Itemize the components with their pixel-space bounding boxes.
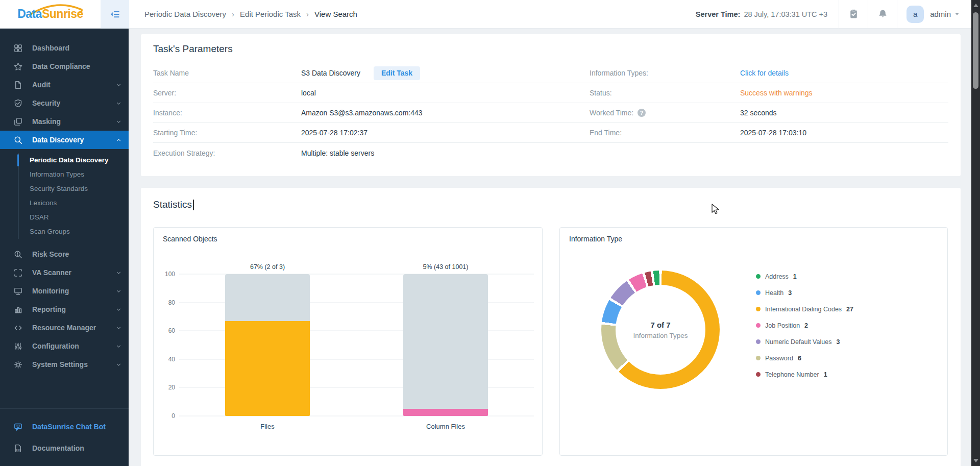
document-icon [13,80,23,90]
pie-legend: Address1Health3International Dialing Cod… [756,272,853,386]
bar-fill-files [225,321,310,416]
chevron-down-icon [955,13,959,15]
sidebar-item-resource-manager[interactable]: Resource Manager [0,318,129,337]
param-label: Instance: [153,109,301,117]
param-row-information-types: Information Types:Click for details [590,63,948,83]
bar-category-label: Files [225,423,310,430]
text-caret [193,200,194,210]
edit-task-button[interactable]: Edit Task [374,66,420,80]
sidebar-item-label: Resource Manager [32,324,96,332]
scrollbar-down-arrow-icon[interactable] [973,459,978,462]
sidebar: DashboardData ComplianceAuditSecurityMas… [0,29,129,466]
legend-item-telephone-number[interactable]: Telephone Number1 [756,370,853,379]
help-icon[interactable]: ? [638,109,646,117]
breadcrumb-separator: › [226,10,240,18]
top-bar: DataSunrise Periodic Data Discovery›Edit… [0,0,971,29]
param-label: Status: [590,89,740,97]
param-value: Success with warnings [740,89,813,97]
code-icon [13,323,23,333]
sidebar-item-label: Data Discovery [32,136,84,144]
sidebar-item-masking[interactable]: Masking [0,112,129,131]
app-logo[interactable]: DataSunrise [0,0,101,29]
sidebar-item-label: Monitoring [32,287,69,295]
legend-label: Health [765,289,783,297]
legend-color-dot [756,274,761,279]
user-name: admin [930,10,951,18]
sidebar-item-label: Configuration [32,342,79,350]
sidebar-subitem-scan-groups[interactable]: Scan Groups [0,225,129,239]
chevron-down-icon [116,325,121,331]
header-actions: Server Time: 28 July, 17:03:31 UTC +3 a … [696,0,971,28]
sidebar-item-system-settings[interactable]: System Settings [0,355,129,374]
shield-check-icon [13,99,23,108]
sidebar-subitem-information-types[interactable]: Information Types [0,167,129,182]
sidebar-item-datasunrise-chat-bot[interactable]: DataSunrise Chat Bot [0,416,129,437]
sidebar-item-label: Documentation [32,444,84,452]
page-scrollbar[interactable] [971,0,980,466]
sidebar-item-reporting[interactable]: Reporting [0,300,129,318]
bar-value-label: 67% (2 of 3) [225,263,310,271]
legend-label: Numeric Default Values [765,338,831,346]
tasks-button[interactable] [839,0,868,29]
chevron-down-icon [116,288,121,294]
legend-item-health[interactable]: Health3 [756,288,853,298]
legend-value: 6 [798,355,801,362]
legend-item-password[interactable]: Password6 [756,353,853,363]
legend-color-dot [756,290,761,295]
breadcrumb-item-periodic-data-discovery[interactable]: Periodic Data Discovery [144,10,226,18]
breadcrumb-item-edit-periodic-task[interactable]: Edit Periodic Task [240,10,301,18]
legend-label: Password [765,355,793,362]
sidebar-item-monitoring[interactable]: Monitoring [0,282,129,300]
sidebar-item-data-compliance[interactable]: Data Compliance [0,57,129,76]
sidebar-item-label: Reporting [32,305,66,313]
legend-item-address[interactable]: Address1 [756,272,853,281]
sidebar-item-label: VA Scanner [32,268,71,277]
scrollbar-up-arrow-icon[interactable] [973,4,978,7]
y-axis-tick-label: 20 [157,384,175,391]
legend-item-numeric-default-values[interactable]: Numeric Default Values3 [756,337,853,347]
param-row-end-time: End Time:2025-07-28 17:03:10 [590,123,948,143]
param-label: Worked Time:? [590,109,740,117]
bar-track [225,274,310,416]
param-value-link[interactable]: Click for details [740,69,789,77]
legend-color-dot [756,372,761,377]
sidebar-subitem-security-standards[interactable]: Security Standards [0,182,129,196]
y-axis-tick-label: 40 [157,356,175,363]
sidebar-item-label: Security [32,99,60,107]
param-row-worked-time: Worked Time:?32 seconds [590,103,948,123]
sidebar-footer: DataSunrise Chat BotDOCDocumentation [0,403,129,466]
sidebar-item-dashboard[interactable]: Dashboard [0,39,129,57]
legend-label: Job Position [765,322,800,329]
sidebar-collapse-button[interactable] [101,0,129,29]
sidebar-item-data-discovery[interactable]: Data Discovery [0,131,129,149]
legend-value: 3 [788,289,792,297]
breadcrumb-separator: › [301,10,314,18]
legend-color-dot [756,307,761,311]
sidebar-item-risk-score[interactable]: Risk Score [0,245,129,263]
sidebar-subitem-lexicons[interactable]: Lexicons [0,196,129,210]
star-icon [13,62,23,71]
sidebar-item-configuration[interactable]: Configuration [0,337,129,355]
clipboard-check-icon [848,9,859,19]
legend-item-job-position[interactable]: Job Position2 [756,321,853,330]
param-value: Amazon S3@s3.amazonaws.com:443 [301,109,423,117]
masking-copy-icon [13,117,23,127]
param-row-server: Server:local [153,83,590,103]
sidebar-subitem-dsar[interactable]: DSAR [0,210,129,225]
legend-item-international-dialing-codes[interactable]: International Dialing Codes27 [756,304,853,314]
sidebar-item-label: System Settings [32,360,88,369]
sidebar-item-documentation[interactable]: DOCDocumentation [0,437,129,459]
sidebar-item-security[interactable]: Security [0,94,129,112]
sidebar-item-audit[interactable]: Audit [0,76,129,94]
donut-center-subtitle: Information Types [633,332,688,339]
information-type-card: Information Type 7 of 7 Information Type… [559,227,948,456]
sidebar-submenu: Periodic Data DiscoveryInformation Types… [0,149,129,245]
sidebar-item-va-scanner[interactable]: VA Scanner [0,263,129,282]
scrollbar-thumb[interactable] [973,12,978,89]
sidebar-subitem-periodic-data-discovery[interactable]: Periodic Data Discovery [0,153,129,167]
user-menu[interactable]: a admin [897,6,964,23]
chevron-up-icon [116,137,121,143]
breadcrumb-item-view-search[interactable]: View Search [314,10,357,18]
statistics-title: Statistics [153,199,194,210]
notifications-button[interactable] [868,0,897,29]
